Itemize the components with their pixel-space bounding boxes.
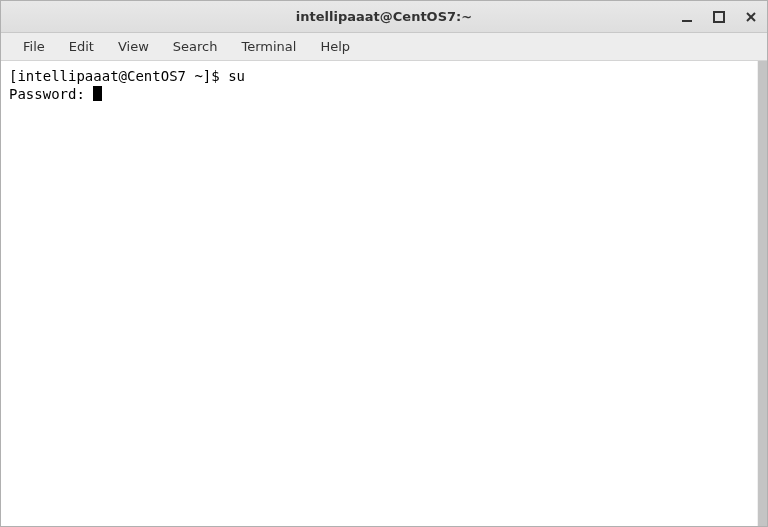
menubar: File Edit View Search Terminal Help [1, 33, 767, 61]
menu-terminal[interactable]: Terminal [229, 35, 308, 58]
command-text: su [228, 68, 245, 84]
menu-search[interactable]: Search [161, 35, 230, 58]
maximize-button[interactable] [709, 7, 729, 27]
window-controls [677, 7, 761, 27]
menu-edit[interactable]: Edit [57, 35, 106, 58]
cursor-icon [93, 86, 102, 101]
terminal-content[interactable]: [intellipaaat@CentOS7 ~]$ suPassword: [1, 61, 757, 526]
menu-help[interactable]: Help [308, 35, 362, 58]
terminal-area[interactable]: [intellipaaat@CentOS7 ~]$ suPassword: [1, 61, 767, 526]
minimize-button[interactable] [677, 7, 697, 27]
menu-view[interactable]: View [106, 35, 161, 58]
terminal-window: intellipaaat@CentOS7:~ File Edit View Se… [0, 0, 768, 527]
svg-rect-0 [682, 20, 692, 22]
svg-rect-1 [714, 12, 724, 22]
titlebar: intellipaaat@CentOS7:~ [1, 1, 767, 33]
menu-file[interactable]: File [11, 35, 57, 58]
close-button[interactable] [741, 7, 761, 27]
minimize-icon [681, 11, 693, 23]
scrollbar[interactable] [757, 61, 767, 526]
password-prompt: Password: [9, 86, 93, 102]
maximize-icon [713, 11, 725, 23]
terminal-line-2: Password: [9, 85, 749, 103]
terminal-line-1: [intellipaaat@CentOS7 ~]$ su [9, 67, 749, 85]
window-title: intellipaaat@CentOS7:~ [296, 9, 472, 24]
close-icon [745, 11, 757, 23]
prompt-text: [intellipaaat@CentOS7 ~]$ [9, 68, 228, 84]
